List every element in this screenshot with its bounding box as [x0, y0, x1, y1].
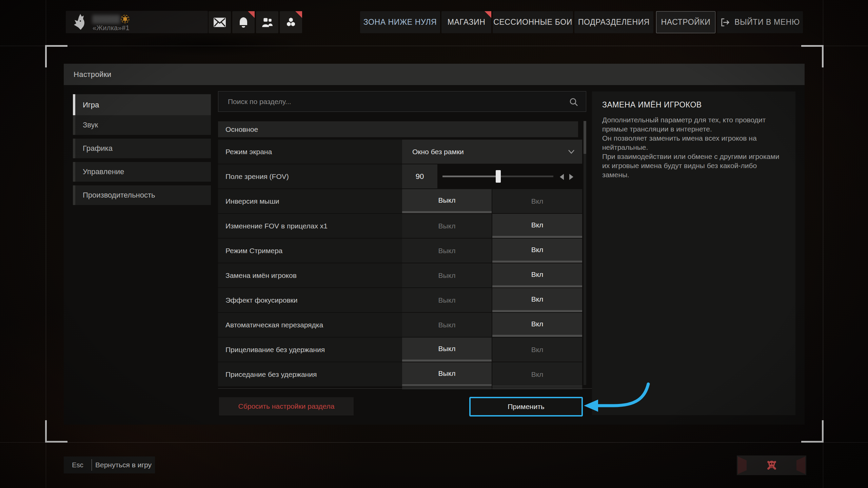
toggle-off-button[interactable]: Выкл: [402, 239, 492, 263]
squad-button[interactable]: [280, 11, 302, 33]
shadow-smudge: [112, 33, 302, 56]
setting-label: Эффект фокусировки: [218, 288, 402, 312]
reset-button-label: Сбросить настройки раздела: [238, 402, 335, 410]
apply-button-highlight[interactable]: Применить: [469, 397, 583, 416]
toggle-on-button[interactable]: Вкл: [492, 214, 582, 238]
sidebar-item-label: Графика: [75, 144, 113, 153]
return-to-game-button[interactable]: Esc Вернуться в игру: [64, 456, 155, 473]
slider-track[interactable]: [442, 176, 553, 177]
sidebar-item[interactable]: Звук: [73, 115, 211, 135]
sidebar-item[interactable]: Производительность: [73, 185, 211, 205]
setting-label: Режим Стримера: [218, 239, 402, 263]
setting-label: Инверсия мыши: [218, 189, 402, 213]
setting-label: Поле зрения (FOV): [218, 164, 402, 188]
clan-tag: «Жилка»#1: [93, 24, 130, 32]
mail-button[interactable]: [209, 11, 231, 33]
tab-3[interactable]: СЕССИОННЫЕ БОИ: [493, 11, 573, 33]
frame-line-top: [0, 46, 868, 46]
toggle-off-button[interactable]: Выкл: [402, 288, 492, 312]
mail-icon: [213, 17, 226, 27]
notifications-button[interactable]: [232, 11, 255, 33]
settings-row: Режим экрана Окно без рамки: [218, 140, 582, 164]
active-indicator-bar: [73, 115, 75, 135]
exit-icon: [720, 17, 730, 28]
setting-label: Режим экрана: [218, 140, 402, 164]
settings-row: Приседание без удержания Выкл Вкл: [218, 362, 582, 386]
cutoff-toggle: [402, 386, 492, 389]
active-indicator-bar: [73, 94, 75, 116]
friends-icon: [261, 17, 273, 27]
toggle-on-button[interactable]: Вкл: [492, 313, 582, 337]
wolf-head-icon: [71, 14, 86, 30]
settings-row: Замена имён игроков Выкл Вкл: [218, 263, 582, 287]
tab-6[interactable]: ВЫЙТИ В МЕНЮ: [717, 11, 803, 33]
setting-label: Приседание без удержания: [218, 362, 402, 386]
notification-badge: [248, 11, 255, 18]
danger-skull-button[interactable]: [737, 455, 806, 475]
toggle-off-button[interactable]: Выкл: [402, 189, 492, 213]
slider-decrease-arrow[interactable]: [559, 174, 564, 180]
tab-1[interactable]: ЗОНА НИЖЕ НУЛЯ: [360, 11, 440, 33]
search-input[interactable]: [218, 92, 586, 111]
friends-button[interactable]: [256, 11, 278, 33]
info-panel-title: ЗАМЕНА ИМЁН ИГРОКОВ: [602, 100, 702, 109]
notification-badge: [295, 11, 302, 18]
skull-icon: [765, 459, 778, 472]
notification-badge: [485, 11, 491, 18]
cutoff-row: [218, 386, 582, 389]
reset-section-button[interactable]: Сбросить настройки раздела: [219, 397, 354, 415]
slider-increase-arrow[interactable]: [569, 174, 574, 180]
settings-row: Автоматическая перезарядка Выкл Вкл: [218, 313, 582, 337]
slider-handle[interactable]: [496, 170, 501, 183]
sidebar-item[interactable]: Управление: [73, 162, 211, 182]
setting-label: Прицеливание без удержания: [218, 338, 402, 362]
frame-line-right: [823, 0, 823, 488]
sidebar-item-label: Управление: [75, 167, 124, 176]
toggle-on-button[interactable]: Вкл: [492, 189, 582, 213]
tab-label: ВЫЙТИ В МЕНЮ: [734, 18, 800, 27]
toggle-off-button[interactable]: Выкл: [402, 263, 492, 287]
slider-value: 90: [402, 164, 437, 188]
toggle-on-button[interactable]: Вкл: [492, 263, 582, 287]
toggle-on-button[interactable]: Вкл: [492, 288, 582, 312]
player-card[interactable]: «Жилка»#1: [66, 11, 208, 33]
player-name-redacted: [92, 15, 120, 24]
tab-label: ПОДРАЗДЕЛЕНИЯ: [578, 18, 650, 27]
frame-line-left: [46, 0, 46, 488]
toggle-off-button[interactable]: Выкл: [402, 362, 492, 386]
setting-label: Замена имён игроков: [218, 263, 402, 287]
sidebar-item-label: Звук: [75, 121, 98, 129]
toggle-off-button[interactable]: Выкл: [402, 313, 492, 337]
tab-label: СЕССИОННЫЕ БОИ: [493, 18, 572, 27]
toggle-on-button[interactable]: Вкл: [492, 362, 582, 386]
tab-2[interactable]: МАГАЗИН: [441, 11, 491, 33]
bevel-right: [796, 456, 805, 474]
settings-row: Эффект фокусировки Выкл Вкл: [218, 288, 582, 312]
tab-4[interactable]: ПОДРАЗДЕЛЕНИЯ: [574, 11, 653, 33]
toggle-off-button[interactable]: Выкл: [402, 214, 492, 238]
dropdown-select[interactable]: Окно без рамки: [402, 140, 582, 164]
sidebar-item[interactable]: Игра: [73, 94, 211, 116]
return-to-game-label: Вернуться в игру: [92, 461, 155, 469]
apply-button-label: Применить: [508, 403, 545, 411]
settings-scrollbar[interactable]: [584, 121, 586, 385]
info-panel: ЗАМЕНА ИМЁН ИГРОКОВ Дополнительный парам…: [592, 92, 795, 415]
info-panel-body: Дополнительный параметр для тех, кто про…: [602, 115, 785, 179]
squad-icon: [285, 17, 296, 27]
settings-row: Изменение FOV в прицелах x1 Выкл Вкл: [218, 214, 582, 238]
toggle-on-button[interactable]: Вкл: [492, 239, 582, 263]
active-indicator-bar: [73, 139, 75, 158]
section-header: Основное: [218, 121, 578, 137]
search-icon: [569, 97, 578, 107]
active-indicator-bar: [73, 185, 75, 205]
toggle-on-button[interactable]: Вкл: [492, 338, 582, 362]
toggle-off-button[interactable]: Выкл: [402, 338, 492, 362]
bevel-left: [738, 456, 747, 474]
sidebar-item-label: Игра: [75, 101, 99, 109]
tab-5[interactable]: НАСТРОЙКИ: [656, 11, 715, 33]
sidebar-item-label: Производительность: [75, 191, 155, 200]
sidebar-item[interactable]: Графика: [73, 139, 211, 158]
setting-label: Изменение FOV в прицелах x1: [218, 214, 402, 238]
scrollbar-thumb[interactable]: [584, 121, 586, 154]
tab-label: НАСТРОЙКИ: [661, 18, 711, 27]
